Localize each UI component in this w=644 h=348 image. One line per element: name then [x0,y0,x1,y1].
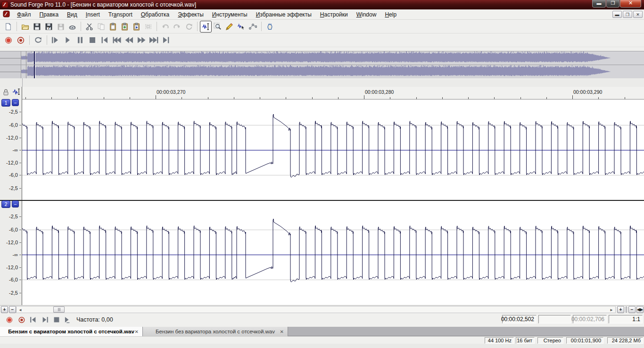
menu-view[interactable]: Вид [63,10,82,19]
save-all-button[interactable] [55,21,66,33]
magnify-tool-button[interactable] [212,21,223,33]
play-all-button[interactable] [50,35,62,46]
selection-end-field[interactable]: 00:00:02,706 [573,315,607,323]
menu-effects[interactable]: Эффекты [173,10,208,19]
channel-2-minimize-button[interactable]: − [12,200,19,207]
scroll-right-icon[interactable]: ► [609,307,614,313]
repeat-button[interactable] [183,21,195,33]
ruler-minor-tick [312,97,313,99]
new-button[interactable] [2,21,14,33]
tab-close-icon[interactable]: ✕ [280,329,284,334]
trim-button[interactable] [142,21,154,33]
time-ruler[interactable]: 00:00:03,27000:00:03,28000:00:03,290 [0,87,644,99]
status-bit-depth: 16 бит [516,337,535,344]
menu-transport[interactable]: Transport [104,10,137,19]
channel-1-waveform[interactable] [22,99,644,200]
overview-strip-right[interactable] [21,65,644,78]
tab-close-icon[interactable]: ✕ [135,329,139,334]
scrollbar-thumb[interactable] [53,307,65,313]
menu-help[interactable]: Help [380,10,401,19]
render-as-button[interactable] [66,21,78,33]
mdi-restore-button[interactable]: ❐ [623,11,632,18]
loop-playback-button[interactable] [32,35,44,46]
menu-insert[interactable]: Insert [82,10,104,19]
menu-process[interactable]: Обработка [137,10,174,19]
menu-tools[interactable]: Инструменты [208,10,252,19]
tab-2[interactable]: Бензин без вариатора холостой с отсечкой… [143,327,288,336]
record-prepare-button[interactable] [15,35,27,46]
playbar-record-button[interactable] [4,315,15,325]
playbar-go-to-end-button[interactable] [40,315,51,325]
paste-special-button[interactable] [119,21,131,33]
pane-splitter[interactable] [0,78,644,87]
cursor-position-field[interactable]: 00:00:02,502 [502,315,537,323]
channel-1-minimize-button[interactable]: − [12,99,19,106]
horizontal-scrollbar[interactable]: ◄ ► [16,306,616,313]
paint-tool-button[interactable] [264,21,276,33]
toolbar-separator [261,22,262,31]
zoom-out-time-button[interactable]: − [9,306,16,313]
copy-button[interactable] [95,21,107,33]
menu-window[interactable]: Window [352,10,381,19]
close-button[interactable]: ✕ [620,0,641,8]
tab-label: Бензин с вариатором холостой с отсечкой.… [8,329,134,334]
menu-edit[interactable]: Правка [35,10,63,19]
open-button[interactable] [19,21,31,33]
paste-button[interactable] [107,21,119,33]
overview-bar[interactable] [0,51,644,78]
forward-fast-button[interactable] [148,35,160,46]
playbar-stop-button[interactable] [51,315,62,325]
title-bar[interactable]: Sound Forge Pro 11.0 - [Бензин с вариато… [0,0,644,9]
edit-tool-button[interactable] [200,21,212,33]
play-button[interactable] [62,35,74,46]
playbar-play-normal-button[interactable] [61,315,73,325]
envelope-tool-button[interactable] [247,21,259,33]
minimize-button[interactable]: ▬ [592,0,606,8]
channel-2-badge[interactable]: 2 [1,200,10,208]
edit-tool-icon[interactable] [12,88,21,98]
status-channels: Стерео [537,337,563,344]
zoom-splitter[interactable] [626,307,627,313]
paste-new-button[interactable] [131,21,142,33]
menu-favorite-effects[interactable]: Избранные эффекты [252,10,316,19]
ruler-minor-tick [130,97,130,99]
menu-file[interactable]: Файл [13,10,35,19]
mdi-close-button[interactable]: ✕ [633,11,643,18]
channel-1-badge[interactable]: 1 [1,99,10,107]
rewind-fast-button[interactable] [111,35,123,46]
tab-1[interactable]: Бензин с вариатором холостой с отсечкой.… [0,327,143,336]
stop-button[interactable] [86,35,99,46]
mdi-minimize-button[interactable]: ▬ [612,11,622,18]
overview-strip-left[interactable] [21,51,644,65]
playbar-go-to-start-button[interactable] [27,315,39,325]
scroll-left-icon[interactable]: ◄ [17,307,23,313]
zoom-in-level-button[interactable]: + [617,306,624,313]
go-to-end-button[interactable] [160,35,172,46]
pencil-tool-button[interactable] [223,21,235,33]
lock-icon[interactable] [3,89,9,98]
save-button[interactable] [31,21,43,33]
redo-button[interactable] [171,21,183,33]
channel-2-waveform[interactable] [22,201,644,305]
go-to-start-button[interactable] [99,35,111,46]
record-button[interactable] [2,35,15,46]
save-as-button[interactable]: ? [43,21,55,33]
db-scale-label: -6,0 [1,122,18,128]
zoom-ratio-field[interactable]: 1:1 [609,315,643,323]
pause-button[interactable] [74,35,86,46]
zoom-in-time-button[interactable]: + [1,306,8,313]
zoom-out-level-button[interactable]: − [628,306,636,313]
selection-start-field[interactable] [538,315,571,323]
rewind-button[interactable] [123,35,135,46]
undo-button[interactable] [159,21,171,33]
forward-button[interactable] [135,35,148,46]
playbar-record-prepare-button[interactable] [16,315,27,325]
playbar: Частота: 0,00 00:00:02,502 00:00:02,706 … [0,314,644,327]
menu-options[interactable]: Настройки [316,10,352,19]
ruler-minor-tick [598,97,599,99]
restore-button[interactable]: ❐ [606,0,619,8]
ruler-major-tick [572,95,573,99]
event-tool-button[interactable] [235,21,247,33]
zoom-fit-button[interactable]: ◀▶ [636,306,644,313]
cut-button[interactable] [83,21,95,33]
